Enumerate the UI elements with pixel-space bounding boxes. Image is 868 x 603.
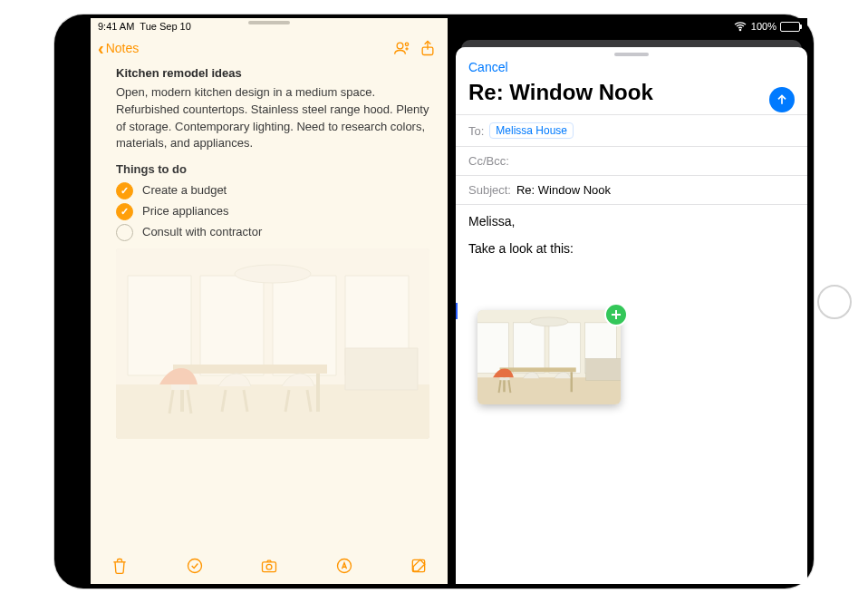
- body-line: Melissa,: [468, 214, 795, 229]
- checkmark-circle-icon[interactable]: [116, 182, 133, 199]
- note-attached-image[interactable]: [116, 248, 429, 439]
- wifi-icon: [733, 19, 747, 34]
- svg-point-24: [337, 559, 351, 573]
- battery-icon: [780, 22, 800, 32]
- back-to-notes-button[interactable]: ‹ Notes: [98, 41, 139, 55]
- notes-bottom-toolbar: [91, 548, 448, 584]
- checklist-icon[interactable]: [182, 553, 207, 579]
- svg-point-1: [405, 43, 408, 45]
- svg-rect-35: [500, 367, 576, 372]
- compose-note-icon[interactable]: [406, 553, 431, 579]
- checkmark-circle-icon[interactable]: [116, 203, 133, 220]
- svg-point-21: [188, 559, 201, 573]
- svg-rect-29: [477, 323, 508, 373]
- plus-badge-icon: [604, 303, 628, 326]
- cc-bcc-field[interactable]: Cc/Bcc:: [456, 146, 807, 175]
- notes-app-pane: 9:41 AM Tue Sep 10 ‹ Notes Kitc: [91, 18, 448, 584]
- todo-item[interactable]: Price appliances: [116, 203, 429, 220]
- status-time: 9:41 AM: [98, 21, 134, 32]
- svg-rect-31: [549, 323, 581, 373]
- note-subhead: Things to do: [116, 161, 429, 179]
- svg-rect-38: [500, 377, 510, 380]
- back-label: Notes: [106, 41, 140, 55]
- svg-point-26: [739, 29, 740, 30]
- svg-rect-30: [513, 323, 545, 373]
- svg-rect-22: [263, 562, 276, 572]
- todo-list: Create a budget Price appliances Consult…: [116, 182, 429, 241]
- status-date: Tue Sep 10: [140, 21, 190, 32]
- arrow-up-icon: [775, 92, 789, 107]
- ipad-screen: 9:41 AM Tue Sep 10 ‹ Notes Kitc: [91, 18, 807, 584]
- share-icon[interactable]: [415, 35, 440, 61]
- compose-body[interactable]: Melissa, Take a look at this:: [456, 204, 807, 584]
- mail-compose-sheet: Cancel Re: Window Nook To: Melissa House…: [456, 47, 807, 584]
- cancel-button[interactable]: Cancel: [468, 60, 508, 74]
- dragged-image-thumbnail[interactable]: [477, 310, 621, 404]
- todo-item[interactable]: Consult with contractor: [116, 224, 429, 241]
- home-button[interactable]: [817, 285, 852, 319]
- send-button[interactable]: [769, 87, 795, 112]
- note-title: Kitchen remodel ideas: [116, 65, 429, 83]
- todo-label: Create a budget: [142, 182, 227, 199]
- svg-point-23: [266, 564, 272, 569]
- svg-rect-34: [586, 358, 621, 380]
- split-view-divider[interactable]: [448, 18, 456, 584]
- recipient-pill[interactable]: Melissa House: [489, 122, 574, 139]
- todo-label: Price appliances: [142, 203, 228, 220]
- camera-icon[interactable]: [256, 553, 282, 579]
- markup-icon[interactable]: [332, 553, 357, 579]
- body-line: Take a look at this:: [468, 241, 795, 256]
- subject-value: Re: Window Nook: [516, 183, 611, 197]
- cc-label: Cc/Bcc:: [468, 154, 509, 168]
- note-content[interactable]: Kitchen remodel ideas Open, modern kitch…: [91, 62, 448, 548]
- trash-icon[interactable]: [107, 553, 132, 579]
- subject-field[interactable]: Subject: Re: Window Nook: [456, 175, 807, 204]
- battery-pct: 100%: [751, 21, 776, 32]
- notes-navbar: ‹ Notes: [91, 34, 448, 62]
- todo-item[interactable]: Create a budget: [116, 182, 429, 199]
- status-bar-left: 9:41 AM Tue Sep 10: [91, 18, 448, 34]
- subject-label: Subject:: [468, 183, 511, 197]
- collaborate-icon[interactable]: [390, 35, 415, 61]
- to-label: To:: [468, 124, 484, 138]
- unchecked-circle-icon[interactable]: [116, 224, 133, 241]
- compose-title: Re: Window Nook: [456, 74, 807, 114]
- svg-point-33: [530, 317, 568, 326]
- note-paragraph: Open, modern kitchen design in a medium …: [116, 84, 429, 152]
- mail-app-pane: 100% Cancel Re: Window Nook: [456, 18, 807, 584]
- text-cursor: [456, 303, 458, 319]
- to-field[interactable]: To: Melissa House: [456, 114, 807, 146]
- svg-point-0: [397, 43, 403, 49]
- todo-label: Consult with contractor: [142, 224, 262, 241]
- status-bar-right: 100%: [456, 18, 807, 34]
